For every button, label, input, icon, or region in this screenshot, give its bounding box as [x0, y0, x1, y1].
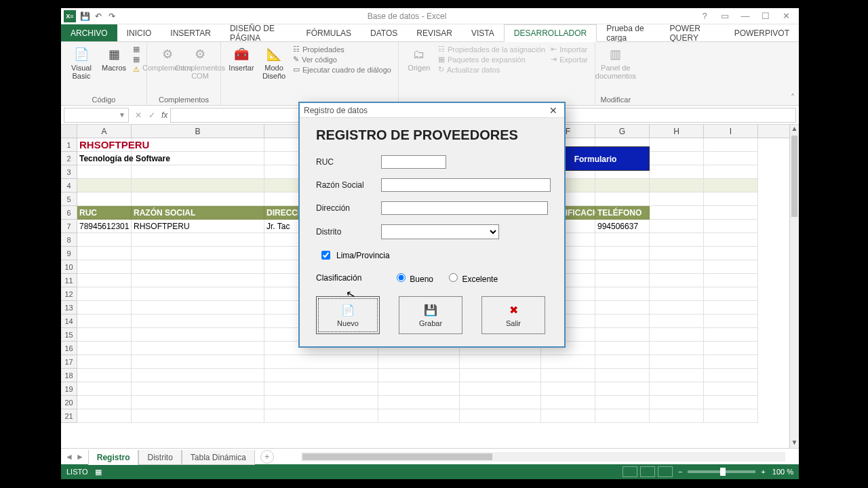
row-header[interactable]: 21 [61, 409, 77, 423]
cell[interactable] [650, 233, 704, 247]
cell[interactable] [595, 247, 650, 260]
view-normal-icon[interactable] [623, 466, 637, 477]
cell[interactable] [704, 409, 758, 423]
cell[interactable] [378, 396, 460, 409]
cell[interactable] [132, 355, 264, 369]
cell[interactable] [77, 179, 132, 192]
ver-codigo-button[interactable]: ✎Ver código [293, 55, 391, 64]
cell[interactable] [378, 355, 460, 369]
tab-archivo[interactable]: ARCHIVO [61, 24, 117, 41]
row-header[interactable]: 6 [61, 206, 77, 220]
record-icon[interactable]: ▦ [133, 45, 140, 54]
cell[interactable]: 994506637 [595, 220, 650, 233]
cell[interactable] [704, 382, 758, 396]
tab-insertar[interactable]: INSERTAR [161, 24, 220, 41]
cell[interactable] [77, 355, 132, 369]
cell[interactable] [704, 314, 758, 328]
razon-social-field[interactable] [381, 178, 551, 192]
cell[interactable] [77, 382, 132, 396]
origen-button[interactable]: 🗂 Origen [403, 43, 435, 75]
col-header-g[interactable]: G [595, 125, 650, 138]
cell[interactable] [541, 409, 595, 423]
row-header[interactable]: 16 [61, 342, 77, 355]
cell[interactable] [378, 369, 460, 382]
col-header-h[interactable]: H [650, 125, 704, 138]
nuevo-button[interactable]: 📄 Nuevo [316, 296, 380, 334]
hscroll-thumb[interactable] [302, 453, 492, 460]
cell[interactable]: RHSOFTPERU [77, 138, 132, 152]
cell[interactable] [77, 301, 132, 314]
propiedades-button[interactable]: ☷Propiedades [293, 45, 391, 54]
qat-save-icon[interactable]: 💾 [79, 10, 91, 22]
row-header[interactable]: 12 [61, 287, 77, 301]
radio-bueno-wrap[interactable]: Bueno [393, 271, 433, 284]
cell[interactable] [704, 179, 758, 192]
cell[interactable] [264, 355, 378, 369]
sheet-tab-registro[interactable]: Registro [88, 450, 139, 465]
cell[interactable] [595, 328, 650, 342]
relative-ref-icon[interactable]: ▦ [133, 55, 140, 64]
sheet-tab-distrito[interactable]: Distrito [138, 450, 181, 465]
tab-diseno[interactable]: DISEÑO DE PÁGINA [220, 24, 296, 41]
cell[interactable]: TELÉFONO [595, 206, 650, 220]
cell[interactable] [378, 409, 460, 423]
ruc-field[interactable] [381, 155, 446, 169]
col-header-b[interactable]: B [132, 125, 264, 138]
row-header[interactable]: 8 [61, 233, 77, 247]
cell[interactable] [132, 138, 264, 152]
view-pagelayout-icon[interactable] [640, 466, 655, 477]
cell[interactable] [704, 342, 758, 355]
cell[interactable] [704, 220, 758, 233]
row-header[interactable]: 5 [61, 192, 77, 206]
dialog-titlebar[interactable]: Registro de datos ✕ [300, 103, 564, 118]
row-header[interactable]: 1 [61, 138, 77, 152]
map-props-button[interactable]: ☷Propiedades de la asignación [438, 45, 545, 54]
insertar-control-button[interactable]: 🧰 Insertar [225, 43, 258, 75]
cell[interactable] [77, 274, 132, 287]
scroll-down-icon[interactable]: ▼ [790, 439, 799, 448]
complementos-com-button[interactable]: ⚙ Complementos COM [184, 43, 216, 83]
cell[interactable] [541, 382, 595, 396]
tab-vista[interactable]: VISTA [462, 24, 504, 41]
sheet-nav-prev-icon[interactable]: ◄ [65, 452, 73, 462]
cell[interactable] [704, 355, 758, 369]
row-header[interactable]: 17 [61, 355, 77, 369]
cell[interactable] [704, 369, 758, 382]
cell[interactable] [132, 179, 264, 192]
cell[interactable] [650, 369, 704, 382]
row-header[interactable]: 2 [61, 152, 77, 165]
row-header[interactable]: 20 [61, 396, 77, 409]
cell[interactable] [650, 409, 704, 423]
cell[interactable] [595, 287, 650, 301]
cell[interactable] [132, 233, 264, 247]
add-sheet-button[interactable]: + [260, 450, 274, 464]
cell[interactable] [77, 247, 132, 260]
cell[interactable] [595, 382, 650, 396]
cell[interactable] [132, 314, 264, 328]
macro-security-icon[interactable]: ⚠ [133, 65, 140, 74]
col-header-a[interactable]: A [77, 125, 132, 138]
cell[interactable]: RUC [77, 206, 132, 220]
direccion-field[interactable] [381, 201, 548, 215]
row-header[interactable]: 15 [61, 328, 77, 342]
cell[interactable] [132, 247, 264, 260]
cell[interactable] [77, 328, 132, 342]
cell[interactable] [704, 152, 758, 165]
panel-documentos-button[interactable]: ▥ Panel de documentos [599, 43, 632, 83]
row-header[interactable]: 10 [61, 260, 77, 274]
cell[interactable] [650, 165, 704, 179]
cell[interactable] [541, 396, 595, 409]
cell[interactable] [378, 382, 460, 396]
cell[interactable] [77, 260, 132, 274]
actualizar-button[interactable]: ↻Actualizar datos [438, 65, 545, 74]
row-header[interactable]: 13 [61, 301, 77, 314]
zoom-out-icon[interactable]: − [678, 468, 682, 476]
radio-excelente[interactable] [449, 273, 458, 282]
cell[interactable] [77, 233, 132, 247]
row-header[interactable]: 14 [61, 314, 77, 328]
sheet-tab-tabla-dinamica[interactable]: Tabla Dinámica [182, 450, 255, 465]
cell[interactable]: 78945612301 [77, 220, 132, 233]
cell[interactable] [132, 192, 264, 206]
cell[interactable] [595, 396, 650, 409]
select-all-button[interactable] [61, 125, 77, 138]
